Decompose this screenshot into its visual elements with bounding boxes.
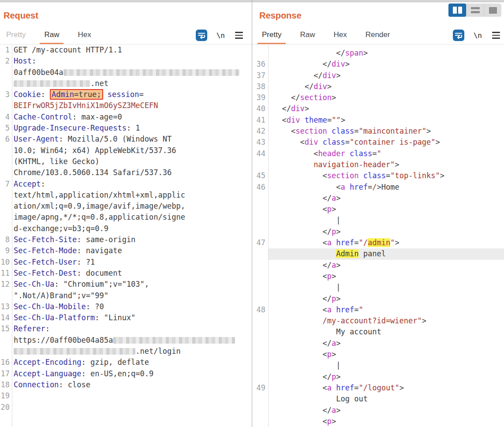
line-number: 36 [252, 59, 268, 70]
code-line: https://0aff00be04a85a [0, 335, 252, 346]
code-line: | [252, 215, 504, 226]
response-editor[interactable]: </span>36 </div>37 </div>38 </div>39 </s… [252, 45, 504, 427]
show-newlines-icon[interactable]: \n [217, 31, 225, 40]
code-line: <p> [252, 271, 504, 282]
line-number: 13 [0, 301, 12, 312]
line-number: 40 [252, 103, 268, 114]
code-line: </a> [252, 260, 504, 271]
line-number: 39 [252, 92, 268, 103]
line-number: 38 [252, 81, 268, 92]
layout-single-icon[interactable] [484, 4, 501, 17]
code-line: </a> [252, 338, 504, 349]
hamburger-menu-icon[interactable] [234, 31, 244, 40]
line-number: 15 [0, 323, 12, 334]
redacted-text [63, 69, 239, 76]
code-line: /my-account?id=wiener"> [252, 315, 504, 326]
cookie-highlight-box: Admin=true; [50, 89, 103, 100]
line-number [252, 326, 268, 337]
code-line: 44 <header class=" [252, 148, 504, 159]
line-number [252, 405, 268, 416]
code-line: <p> [252, 416, 504, 427]
request-tab-hex[interactable]: Hex [73, 26, 95, 44]
line-number: 43 [252, 137, 268, 148]
redacted-text [14, 80, 90, 87]
code-line: 4Cache-Control: max-age=0 [0, 112, 252, 123]
line-number [0, 335, 12, 346]
code-line: 14Sec-Ch-Ua-Platform: "Linux" [0, 312, 252, 323]
redacted-text [113, 337, 235, 344]
code-line: <p> [252, 204, 504, 215]
code-line: <p> [252, 349, 504, 360]
line-number [0, 100, 12, 111]
line-number: 47 [252, 237, 268, 248]
code-line: </a> [252, 193, 504, 204]
line-number [252, 293, 268, 304]
layout-rows-icon[interactable] [466, 4, 484, 17]
layout-columns-icon[interactable] [448, 4, 466, 17]
show-newlines-icon[interactable]: \n [474, 31, 482, 40]
code-line: 48 <a href=" [252, 304, 504, 315]
code-line: 42 <section class="maincontainer"> [252, 126, 504, 137]
code-line: 49 <a href="/logout"> [252, 382, 504, 393]
code-line: My account [252, 326, 504, 337]
code-line: 5Upgrade-Insecure-Requests: 1 [0, 123, 252, 134]
line-number: 6 [0, 134, 12, 145]
code-line: 16Accept-Encoding: gzip, deflate [0, 357, 252, 368]
response-tabs: Pretty Raw Hex Render \n [258, 26, 504, 44]
request-tab-pretty[interactable]: Pretty [2, 26, 30, 44]
line-number [0, 212, 12, 223]
code-line: 37 </div> [252, 70, 504, 81]
line-number [0, 156, 12, 167]
code-line: 12Sec-Ch-Ua: "Chromium";v="103", [0, 279, 252, 290]
line-number [252, 315, 268, 326]
code-line: 20 [0, 402, 252, 413]
line-number: 42 [252, 126, 268, 137]
code-line: 7Accept: [0, 179, 252, 190]
code-line: 8Sec-Fetch-Site: same-origin [0, 234, 252, 245]
code-line: 1GET /my-account HTTP/1.1 [0, 45, 252, 56]
code-line: 0aff00be04a [0, 67, 252, 78]
request-title: Request [4, 11, 38, 21]
line-number [0, 201, 12, 212]
code-line: Admin panel [252, 248, 504, 259]
response-pane: Response Pretty Raw Hex Render \n [252, 0, 504, 427]
code-line: | [252, 360, 504, 371]
gutter-line [268, 45, 269, 427]
line-number [252, 360, 268, 371]
code-line: 45 <section class="top-links"> [252, 170, 504, 181]
response-tab-hex[interactable]: Hex [329, 26, 351, 44]
line-number: 5 [0, 123, 12, 134]
pane-divider[interactable] [252, 0, 252, 427]
line-number: 45 [252, 170, 268, 181]
code-line: BEIFrwOR5jZbIvHniX1mO6ySZ3MeCEFN [0, 100, 252, 111]
hamburger-menu-icon[interactable] [491, 31, 501, 40]
line-number: 37 [252, 70, 268, 81]
line-number: 10 [0, 257, 12, 268]
code-line: (KHTML, like Gecko) [0, 156, 252, 167]
line-number: 46 [252, 182, 268, 193]
line-number: 20 [0, 402, 12, 413]
response-tab-render[interactable]: Render [361, 26, 395, 44]
line-number: 9 [0, 245, 12, 256]
line-number [252, 371, 268, 382]
word-wrap-icon[interactable] [196, 30, 207, 41]
line-number [0, 346, 12, 357]
line-number [252, 48, 268, 59]
line-number [252, 338, 268, 349]
line-number: 12 [0, 279, 12, 290]
request-editor[interactable]: 1GET /my-account HTTP/1.12Host:0aff00be0… [0, 45, 252, 413]
code-line: 18Connection: close [0, 379, 252, 390]
layout-toggle-group [448, 4, 501, 17]
response-tab-pretty[interactable]: Pretty [258, 26, 286, 44]
response-tab-raw[interactable]: Raw [295, 26, 319, 44]
code-line: 2Host: [0, 56, 252, 67]
code-line: .net/login [0, 346, 252, 357]
line-number [252, 271, 268, 282]
request-tab-raw[interactable]: Raw [40, 26, 63, 44]
word-wrap-icon[interactable] [453, 30, 464, 41]
code-line: navigation-header"> [252, 159, 504, 170]
line-number [252, 193, 268, 204]
line-number: 11 [0, 268, 12, 279]
line-number: 44 [252, 148, 268, 159]
code-line: </p> [252, 226, 504, 237]
